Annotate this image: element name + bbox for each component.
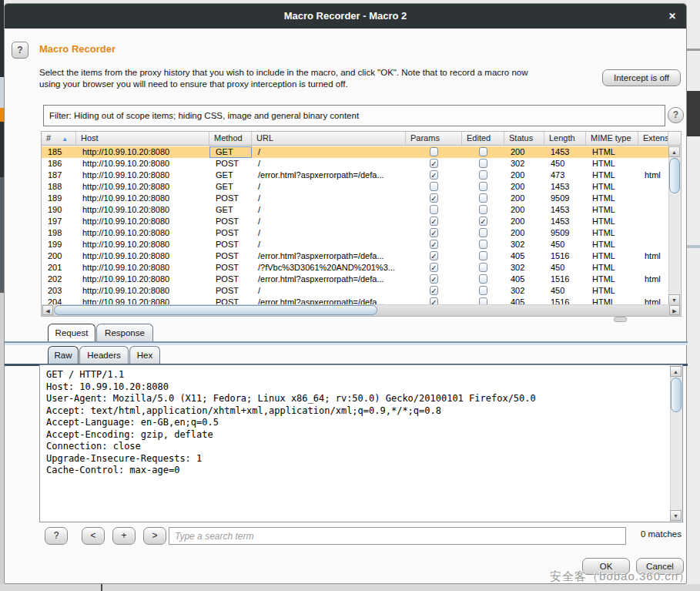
cell-host: http://10.99.10.20:8080: [76, 158, 209, 170]
table-row[interactable]: 185http://10.99.10.20:8080GET/2001453HTM…: [42, 146, 668, 158]
column-header-status[interactable]: Status: [504, 132, 544, 145]
intercept-toggle-button[interactable]: Intercept is off: [602, 69, 681, 86]
edited-checkbox[interactable]: [479, 193, 487, 203]
help-icon[interactable]: ?: [12, 42, 28, 59]
cell-status: 405: [504, 274, 544, 285]
cell-edited: [462, 250, 504, 262]
table-row[interactable]: 186http://10.99.10.20:8080POST/✓302450HT…: [42, 158, 668, 170]
scroll-down-icon[interactable]: ▼: [670, 510, 682, 521]
table-row[interactable]: 187http://10.99.10.20:8080GET/error.html…: [42, 170, 668, 181]
table-horizontal-scroll-thumb[interactable]: [54, 305, 377, 315]
cell-length: 450: [544, 285, 586, 297]
table-row[interactable]: 189http://10.99.10.20:8080POST/✓2009509H…: [42, 193, 668, 204]
params-checkbox[interactable]: ✓: [430, 228, 438, 237]
params-checkbox[interactable]: [430, 147, 438, 156]
table-row[interactable]: 198http://10.99.10.20:8080POST/✓2009509H…: [42, 227, 668, 239]
cell-edited: [462, 274, 504, 285]
scroll-up-icon[interactable]: ▲: [670, 366, 682, 377]
cell-status: 200: [504, 146, 544, 158]
tab-request[interactable]: Request: [48, 324, 95, 341]
cell-extension: [638, 204, 668, 216]
table-row[interactable]: 199http://10.99.10.20:8080POST/✓302450HT…: [42, 239, 668, 250]
column-header-method[interactable]: Method: [209, 132, 252, 145]
column-header-params[interactable]: Params: [406, 132, 462, 145]
table-row[interactable]: 197http://10.99.10.20:8080POST/✓✓2001453…: [42, 216, 668, 227]
edited-checkbox[interactable]: [479, 228, 487, 237]
column-header-extension[interactable]: Extens: [638, 132, 668, 145]
params-checkbox[interactable]: ✓: [430, 263, 438, 272]
column-header-url[interactable]: URL: [252, 132, 406, 145]
cell-mime: HTML: [586, 216, 638, 227]
column-header-number[interactable]: #▲: [42, 132, 76, 145]
table-row[interactable]: 201http://10.99.10.20:8080POST/?fVbc%3D3…: [42, 262, 668, 274]
edited-checkbox[interactable]: [479, 182, 487, 191]
cell-edited: [462, 239, 504, 250]
column-header-length[interactable]: Length: [544, 132, 586, 145]
filter-bar[interactable]: Filter: Hiding out of scope items; hidin…: [43, 105, 665, 126]
tab-response[interactable]: Response: [96, 324, 153, 341]
column-header-filler: [668, 132, 681, 145]
search-next-button[interactable]: >: [143, 527, 166, 545]
close-icon[interactable]: ✕: [666, 10, 678, 22]
params-checkbox[interactable]: [430, 182, 438, 191]
cell-extension: [638, 239, 668, 250]
dialog-titlebar[interactable]: Macro Recorder - Macro 2 ✕: [5, 4, 686, 29]
edited-checkbox[interactable]: [479, 147, 487, 156]
params-checkbox[interactable]: ✓: [430, 217, 438, 226]
params-checkbox[interactable]: ✓: [430, 240, 438, 249]
column-header-edited[interactable]: Edited: [462, 132, 504, 145]
search-add-button[interactable]: +: [112, 527, 136, 545]
tab-headers[interactable]: Headers: [79, 346, 129, 364]
column-header-mime[interactable]: MIME type: [586, 132, 638, 145]
edited-checkbox[interactable]: [479, 263, 487, 272]
filter-help-icon[interactable]: ?: [668, 107, 684, 123]
edited-checkbox[interactable]: [479, 274, 487, 284]
cell-extension: [638, 193, 668, 204]
cell-params: ✓: [406, 262, 462, 274]
scroll-left-icon[interactable]: ◀: [42, 305, 53, 315]
params-checkbox[interactable]: ✓: [430, 159, 438, 168]
table-row[interactable]: 190http://10.99.10.20:8080GET/2001453HTM…: [42, 204, 668, 216]
background-segment: [687, 91, 700, 136]
params-checkbox[interactable]: ✓: [430, 286, 438, 295]
edited-checkbox[interactable]: [479, 240, 487, 249]
edited-checkbox[interactable]: [479, 286, 487, 295]
splitter-handle[interactable]: [614, 317, 627, 322]
table-row[interactable]: 188http://10.99.10.20:8080GET/2001453HTM…: [42, 181, 668, 193]
cell-params: ✓: [406, 227, 462, 239]
cell-mime: HTML: [586, 146, 638, 158]
search-previous-button[interactable]: <: [82, 527, 105, 545]
edited-checkbox[interactable]: [479, 170, 487, 180]
request-editor-text[interactable]: GET / HTTP/1.1 Host: 10.99.10.20:8080 Us…: [46, 369, 667, 519]
scroll-right-icon[interactable]: ▶: [669, 305, 680, 315]
scroll-up-icon[interactable]: ▲: [668, 146, 680, 157]
table-row[interactable]: 202http://10.99.10.20:8080POST/error.htm…: [42, 274, 668, 285]
request-editor[interactable]: GET / HTTP/1.1 Host: 10.99.10.20:8080 Us…: [39, 364, 683, 522]
cell-mime: HTML: [586, 181, 638, 193]
scroll-down-icon[interactable]: ▼: [668, 294, 680, 305]
params-checkbox[interactable]: ✓: [430, 193, 438, 203]
cell-host: http://10.99.10.20:8080: [76, 227, 209, 239]
column-header-host[interactable]: Host: [76, 132, 209, 145]
cell-params: ✓: [406, 250, 462, 262]
edited-checkbox[interactable]: ✓: [479, 217, 487, 226]
params-checkbox[interactable]: [430, 205, 438, 214]
params-checkbox[interactable]: ✓: [430, 274, 438, 284]
search-input[interactable]: [169, 527, 626, 545]
params-checkbox[interactable]: ✓: [430, 170, 438, 180]
table-vertical-scroll-thumb[interactable]: [669, 158, 680, 193]
table-row[interactable]: 200http://10.99.10.20:8080POST/error.htm…: [42, 250, 668, 262]
editor-vertical-scroll-thumb[interactable]: [671, 378, 682, 412]
edited-checkbox[interactable]: [479, 205, 487, 214]
cell-length: 450: [544, 239, 586, 250]
cell-url: /: [252, 216, 406, 227]
tab-raw[interactable]: Raw: [48, 346, 79, 364]
edited-checkbox[interactable]: [479, 251, 487, 260]
search-help-button[interactable]: ?: [45, 527, 68, 545]
edited-checkbox[interactable]: [479, 159, 487, 168]
params-checkbox[interactable]: ✓: [430, 251, 438, 260]
table-row[interactable]: 203http://10.99.10.20:8080POST/✓302450HT…: [42, 285, 668, 297]
cell-length: 1516: [544, 274, 586, 285]
tab-hex[interactable]: Hex: [129, 346, 160, 364]
cell-url: /: [252, 146, 406, 158]
